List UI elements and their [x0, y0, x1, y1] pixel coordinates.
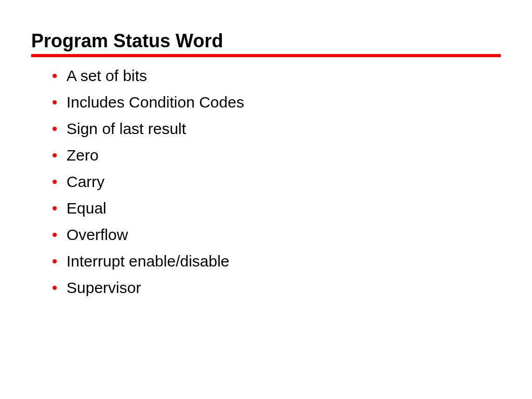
bullet-list: A set of bits Includes Condition Codes S… — [31, 62, 501, 301]
title-underline — [31, 54, 501, 57]
list-item: Overflow — [52, 221, 501, 248]
list-item: Supervisor — [52, 274, 501, 301]
list-item: Equal — [52, 195, 501, 221]
list-item: Interrupt enable/disable — [52, 248, 501, 274]
list-item: Includes Condition Codes — [52, 89, 501, 115]
list-item: A set of bits — [52, 62, 501, 89]
slide: Program Status Word A set of bits Includ… — [0, 0, 532, 301]
list-item: Zero — [52, 142, 501, 168]
list-item: Carry — [52, 168, 501, 195]
list-item: Sign of last result — [52, 115, 501, 142]
slide-title: Program Status Word — [31, 30, 501, 52]
